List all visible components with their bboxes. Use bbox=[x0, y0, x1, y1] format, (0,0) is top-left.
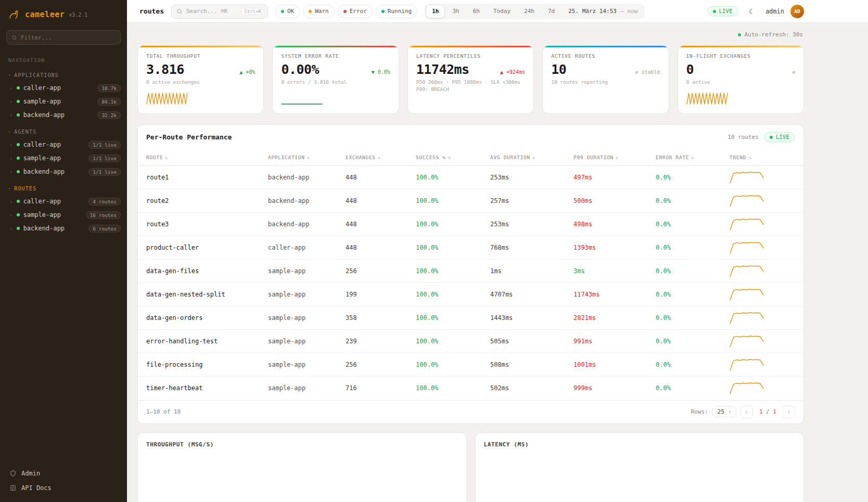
count-badge: 6 routes bbox=[88, 225, 121, 233]
filter-placeholder: Filter... bbox=[21, 34, 52, 41]
kpi-subtitle: P50 360ms · P95 1008ms · SLA <300ms bbox=[416, 79, 525, 85]
table-row[interactable]: data-gen-orders sample-app 358 100.0% 14… bbox=[138, 306, 803, 330]
table-row[interactable]: route3 backend-app 448 100.0% 253ms 498m… bbox=[138, 213, 803, 236]
sidebar-section-title[interactable]: ▾ APPLICATIONS bbox=[0, 70, 127, 81]
cell-exchanges: 448 bbox=[341, 236, 412, 260]
time-range-button[interactable]: 24h bbox=[518, 5, 541, 18]
time-range-button[interactable]: 6h bbox=[467, 5, 486, 18]
sidebar-item[interactable]: › caller-app 4 routes bbox=[0, 195, 127, 208]
kpi-accent-bar bbox=[543, 46, 668, 47]
chevron-down-icon: ▾ bbox=[8, 73, 11, 78]
cell-route: timer-heartbeat bbox=[138, 377, 264, 400]
table-column-header[interactable]: APPLICATION⇅ bbox=[264, 149, 341, 166]
time-range-button[interactable]: Today bbox=[487, 5, 517, 18]
next-page-button[interactable]: › bbox=[783, 406, 795, 418]
charts-row: THROUGHPUT (MSG/S) LATENCY (MS) bbox=[137, 432, 804, 502]
theme-toggle-button[interactable]: ☾ bbox=[745, 4, 759, 19]
table-column-header[interactable]: ERROR RATE⇅ bbox=[652, 149, 725, 166]
table-row[interactable]: timer-heartbeat sample-app 716 100.0% 50… bbox=[138, 377, 803, 400]
search-icon bbox=[176, 8, 183, 15]
status-dot-icon bbox=[381, 10, 385, 13]
sidebar-item[interactable]: › sample-app 84.1k bbox=[0, 95, 127, 108]
kpi-label: SYSTEM ERROR RATE bbox=[281, 53, 390, 59]
sidebar-item[interactable]: › backend-app 6 routes bbox=[0, 222, 127, 235]
sidebar-item[interactable]: › caller-app 1/1 live bbox=[0, 138, 127, 151]
docs-icon bbox=[9, 484, 17, 492]
sort-icon: ⇅ bbox=[616, 155, 619, 160]
app-root: cameleer v3.2.1 Filter... NAVIGATION ▾ A… bbox=[0, 0, 868, 502]
trend-sparkline bbox=[730, 358, 764, 371]
cell-application: backend-app bbox=[264, 213, 341, 236]
table-column-header[interactable]: TREND⇅ bbox=[725, 149, 803, 166]
cell-exchanges: 716 bbox=[341, 377, 412, 400]
cell-avg-duration: 768ms bbox=[486, 236, 569, 260]
cell-error-rate: 0.0% bbox=[652, 260, 725, 283]
kpi-subtitle-2: P99: BREACH bbox=[416, 86, 525, 92]
table-column-header[interactable]: SUCCESS %⇅ bbox=[412, 149, 486, 166]
trend-sparkline bbox=[730, 171, 764, 184]
status-dot-icon bbox=[17, 170, 20, 173]
cell-avg-duration: 253ms bbox=[486, 166, 569, 189]
chevron-right-icon: › bbox=[9, 155, 13, 162]
kpi-label: IN-FLIGHT EXCHANGES bbox=[686, 53, 795, 59]
kpi-subtitle: 0 active bbox=[686, 79, 795, 85]
kpi-delta: ⇄ stable bbox=[635, 69, 660, 75]
status-filter-chip[interactable]: OK bbox=[275, 5, 300, 18]
avatar[interactable]: AD bbox=[790, 5, 804, 18]
time-range-button[interactable]: 3h bbox=[446, 5, 465, 18]
sidebar-item[interactable]: › caller-app 10.7k bbox=[0, 81, 127, 95]
prev-page-button[interactable]: ‹ bbox=[741, 406, 753, 418]
sidebar-item-admin[interactable]: Admin bbox=[9, 470, 118, 477]
table-row[interactable]: route2 backend-app 448 100.0% 257ms 500m… bbox=[138, 189, 803, 213]
table-column-header[interactable]: EXCHANGES⇅ bbox=[341, 149, 412, 166]
chevron-down-icon: ▾ bbox=[729, 409, 731, 414]
chevron-right-icon: › bbox=[9, 98, 13, 105]
cell-avg-duration: 4707ms bbox=[486, 283, 569, 306]
status-dot-icon bbox=[17, 86, 20, 89]
status-filter-chip[interactable]: Running bbox=[376, 5, 417, 18]
kpi-subtitle: 0 active exchanges bbox=[146, 79, 255, 85]
table-row[interactable]: product-caller caller-app 448 100.0% 768… bbox=[138, 236, 803, 260]
time-range-button[interactable]: 1h bbox=[426, 5, 445, 18]
trend-sparkline bbox=[730, 217, 764, 231]
cell-route: error-handling-test bbox=[138, 330, 264, 353]
status-filter-chip[interactable]: Error bbox=[338, 5, 373, 18]
cell-application: sample-app bbox=[264, 330, 341, 353]
time-range-button[interactable]: 7d bbox=[542, 5, 561, 18]
sidebar-item-api-docs[interactable]: API Docs bbox=[9, 484, 118, 492]
sidebar-section-title[interactable]: ▾ ROUTES bbox=[0, 184, 127, 195]
sidebar-filter-input[interactable]: Filter... bbox=[6, 30, 121, 45]
chevron-right-icon: › bbox=[9, 212, 13, 218]
sort-icon: ⇅ bbox=[748, 155, 751, 160]
trend-sparkline bbox=[730, 264, 764, 278]
status-filter-chip[interactable]: Warn bbox=[303, 5, 335, 18]
sidebar-item[interactable]: › backend-app 32.2k bbox=[0, 108, 127, 122]
sidebar-item[interactable]: › backend-app 1/1 live bbox=[0, 165, 127, 178]
cell-p99-duration: 1001ms bbox=[569, 353, 652, 377]
table-row[interactable]: error-handling-test sample-app 239 100.0… bbox=[138, 330, 803, 353]
table-row[interactable]: route1 backend-app 448 100.0% 253ms 497m… bbox=[138, 166, 803, 189]
sidebar-item[interactable]: › sample-app 16 routes bbox=[0, 208, 127, 222]
table-row[interactable]: file-processing sample-app 256 100.0% 50… bbox=[138, 353, 803, 377]
kpi-value: 11742ms bbox=[416, 62, 469, 77]
cell-error-rate: 0.0% bbox=[652, 330, 725, 353]
date-range-picker[interactable]: 25. März 14:53 — now bbox=[562, 8, 644, 15]
status-filter-group: OK Warn Error Running bbox=[275, 5, 417, 18]
count-badge: 4 routes bbox=[88, 198, 121, 205]
table-column-header[interactable]: P99 DURATION⇅ bbox=[569, 149, 652, 166]
table-column-header[interactable]: ROUTE⇅ bbox=[138, 149, 264, 166]
sort-icon: ⇅ bbox=[448, 155, 451, 160]
kpi-sparkline bbox=[146, 92, 255, 107]
rows-per-page-select[interactable]: 25 ▾ bbox=[712, 406, 736, 417]
chart-panel: THROUGHPUT (MSG/S) bbox=[137, 432, 467, 502]
rows-label: Rows: bbox=[691, 408, 708, 415]
sidebar-item[interactable]: › sample-app 1/1 live bbox=[0, 151, 127, 165]
sidebar-section-title[interactable]: ▾ AGENTS bbox=[0, 127, 127, 138]
search-input[interactable]: Search... ⌘K Ctrl+K bbox=[171, 4, 268, 19]
cell-error-rate: 0.0% bbox=[652, 377, 725, 400]
table-row[interactable]: data-gen-nested-split sample-app 199 100… bbox=[138, 283, 803, 306]
kpi-delta: ▲ +924ms bbox=[500, 69, 525, 75]
table-column-header[interactable]: AVG DURATION⇅ bbox=[486, 149, 569, 166]
cell-exchanges: 199 bbox=[341, 283, 412, 306]
table-row[interactable]: data-gen-files sample-app 256 100.0% 1ms… bbox=[138, 260, 803, 283]
